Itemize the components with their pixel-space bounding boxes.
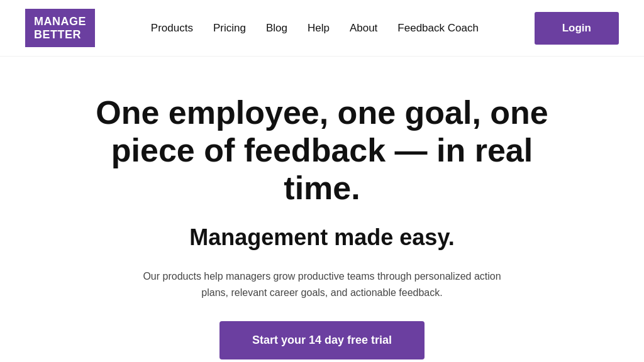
cta-button[interactable]: Start your 14 day free trial: [219, 321, 425, 359]
nav-item-about[interactable]: About: [350, 22, 377, 35]
logo-line1: MANAGE: [34, 15, 86, 28]
nav-item-feedback-coach[interactable]: Feedback Coach: [397, 22, 479, 35]
nav-item-pricing[interactable]: Pricing: [213, 22, 246, 35]
navbar: MANAGE BETTER Products Pricing Blog Help…: [0, 0, 644, 57]
hero-headline: One employee, one goal, one piece of fee…: [89, 94, 555, 207]
logo-line2: BETTER: [34, 28, 81, 41]
nav-item-products[interactable]: Products: [151, 22, 193, 35]
nav-link-feedback-coach[interactable]: Feedback Coach: [397, 22, 479, 34]
nav-link-pricing[interactable]: Pricing: [213, 22, 246, 34]
hero-section: One employee, one goal, one piece of fee…: [0, 57, 644, 362]
nav-item-help[interactable]: Help: [308, 22, 330, 35]
logo[interactable]: MANAGE BETTER: [25, 9, 95, 47]
nav-link-help[interactable]: Help: [308, 22, 330, 34]
nav-link-blog[interactable]: Blog: [266, 22, 287, 34]
nav-link-products[interactable]: Products: [151, 22, 193, 34]
nav-item-blog[interactable]: Blog: [266, 22, 287, 35]
hero-subheadline: Management made easy.: [50, 224, 594, 251]
nav-links: Products Pricing Blog Help About Feedbac…: [151, 22, 479, 35]
hero-description: Our products help managers grow producti…: [140, 268, 504, 300]
nav-link-about[interactable]: About: [350, 22, 377, 34]
login-button[interactable]: Login: [535, 12, 619, 45]
